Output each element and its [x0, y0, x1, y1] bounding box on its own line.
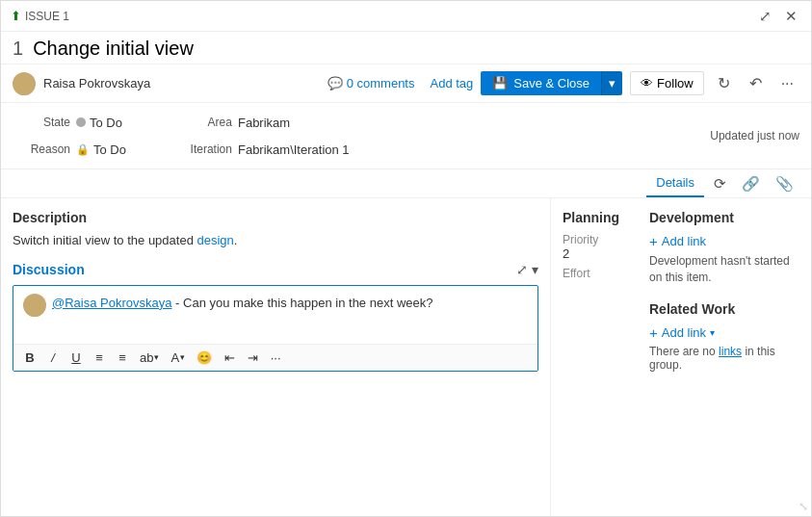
svg-point-2: [30, 297, 39, 307]
development-title: Development: [649, 210, 799, 225]
related-add-link-button[interactable]: + Add link ▾: [649, 324, 715, 341]
iteration-value: Fabrikam\Iteration 1: [238, 142, 350, 157]
issue-title-row: 1 Change initial view: [1, 32, 811, 65]
comment-icon: 💬: [327, 76, 343, 90]
description-title: Description: [13, 210, 538, 225]
discussion-box: @Raisa Pokrovskaya - Can you make this h…: [13, 285, 538, 372]
tab-history-button[interactable]: ⟳: [708, 171, 732, 196]
svg-point-0: [19, 76, 29, 86]
reason-label: Reason: [13, 142, 70, 156]
description-link[interactable]: design: [197, 233, 234, 247]
expand-button[interactable]: ⤢: [755, 6, 775, 27]
discussion-expand-button[interactable]: ⤢: [516, 262, 528, 277]
discussion-section: Discussion ⤢ ▾ @Raisa Pokrovskaya: [13, 262, 538, 372]
related-links-link[interactable]: links: [719, 345, 742, 358]
format-align-button[interactable]: ≡: [89, 349, 110, 367]
discussion-avatar: [23, 294, 46, 317]
main-column: Description Switch initial view to the u…: [1, 198, 551, 516]
format-indent-right-button[interactable]: ⇥: [242, 349, 263, 367]
related-add-link-label: Add link: [662, 325, 706, 340]
save-close-group: 💾 Save & Close ▾: [481, 71, 622, 95]
right-column: Planning Priority 2 Effort Development: [551, 198, 811, 516]
format-emoji-button[interactable]: 😊: [192, 349, 217, 367]
add-tag-button[interactable]: Add tag: [430, 76, 473, 90]
follow-button[interactable]: 👁 Follow: [630, 71, 704, 95]
dev-related-col: Development + Add link Development hasn'…: [649, 210, 799, 372]
comments-button[interactable]: 💬 0 comments: [327, 76, 415, 90]
area-iteration-group: Area Fabrikam Iteration Fabrikam\Iterati…: [165, 111, 350, 161]
related-add-chevron: ▾: [710, 327, 715, 338]
format-more-button[interactable]: ···: [265, 349, 286, 367]
tab-row: Details ⟳ 🔗 📎: [1, 169, 811, 198]
avatar: [13, 72, 36, 95]
reason-value: 🔒 To Do: [76, 142, 126, 157]
description-text-after: .: [234, 233, 238, 247]
related-work-title: Related Work: [649, 301, 799, 317]
planning-section: Planning Priority 2 Effort: [563, 210, 649, 372]
discussion-title: Discussion: [13, 262, 85, 277]
iteration-field: Iteration Fabrikam\Iteration 1: [165, 138, 350, 161]
format-list-button[interactable]: ≡: [112, 349, 133, 367]
corner-resize: ⤡: [799, 500, 808, 513]
refresh-button[interactable]: ↻: [712, 70, 736, 96]
description-text: Switch initial view to the updated desig…: [13, 231, 538, 250]
svg-point-3: [26, 309, 43, 317]
comments-count: 0 comments: [347, 76, 415, 90]
dev-add-link-label: Add link: [662, 234, 706, 248]
author-name: Raisa Pokrovskaya: [43, 76, 150, 90]
discussion-toolbar: B / U ≡ ≡ ab▾ A▾ 😊 ⇤ ⇥ ···: [13, 344, 537, 371]
issue-badge-label: ISSUE 1: [25, 10, 69, 23]
discussion-header-actions: ⤢ ▾: [516, 262, 538, 277]
work-item-window: ⬆ ISSUE 1 ⤢ ✕ 1 Change initial view Rais…: [0, 0, 812, 517]
format-bold-button[interactable]: B: [19, 349, 40, 367]
discussion-header: Discussion ⤢ ▾: [13, 262, 538, 277]
mention-link[interactable]: @Raisa Pokrovskaya: [52, 296, 171, 310]
save-close-chevron[interactable]: ▾: [601, 71, 622, 95]
effort-field: Effort: [563, 267, 640, 280]
description-text-before: Switch initial view to the updated: [13, 233, 197, 247]
discussion-message: @Raisa Pokrovskaya - Can you make this h…: [52, 294, 432, 313]
discussion-content[interactable]: @Raisa Pokrovskaya - Can you make this h…: [13, 286, 537, 344]
undo-button[interactable]: ↶: [744, 70, 768, 96]
format-strikethrough-button[interactable]: ab▾: [135, 349, 164, 367]
lock-icon: 🔒: [76, 143, 90, 156]
save-close-button[interactable]: 💾 Save & Close: [481, 71, 601, 95]
area-field: Area Fabrikam: [165, 111, 350, 134]
priority-value: 2: [563, 246, 640, 261]
content-area: Description Switch initial view to the u…: [1, 198, 811, 516]
tab-details[interactable]: Details: [646, 169, 704, 197]
tab-attach-button[interactable]: 📎: [770, 171, 799, 196]
format-underline-button[interactable]: U: [65, 349, 87, 367]
related-empty-before: There are no: [649, 345, 719, 358]
tab-link-button[interactable]: 🔗: [736, 171, 766, 196]
area-label: Area: [165, 116, 232, 129]
save-close-label: Save & Close: [513, 76, 589, 90]
close-button[interactable]: ✕: [781, 6, 801, 27]
attach-icon: 📎: [775, 175, 794, 192]
format-color-button[interactable]: A▾: [166, 349, 190, 367]
toolbar: Raisa Pokrovskaya 💬 0 comments Add tag 💾…: [1, 65, 811, 103]
area-value: Fabrikam: [238, 116, 290, 130]
format-italic-button[interactable]: /: [42, 349, 64, 367]
state-field: State To Do: [13, 111, 126, 134]
right-panels: Planning Priority 2 Effort Development: [563, 210, 799, 372]
description-section: Description Switch initial view to the u…: [13, 210, 538, 250]
dev-add-link-plus: +: [649, 233, 658, 249]
related-add-link-plus: +: [649, 324, 658, 341]
discussion-collapse-button[interactable]: ▾: [532, 262, 538, 277]
fields-row: State To Do Reason 🔒 To Do Area Fabrikam: [1, 103, 811, 169]
dev-add-link-button[interactable]: + Add link: [649, 233, 706, 249]
eye-icon: 👁: [641, 76, 653, 90]
issue-icon: ⬆: [11, 9, 21, 23]
format-indent-left-button[interactable]: ⇤: [219, 349, 240, 367]
related-empty-text: There are no links in this group.: [649, 345, 799, 372]
save-icon: 💾: [492, 76, 508, 90]
planning-title: Planning: [563, 210, 640, 225]
development-section: Development + Add link Development hasn'…: [649, 210, 799, 286]
priority-field: Priority 2: [563, 233, 640, 261]
effort-label: Effort: [563, 267, 640, 280]
history-icon: ⟳: [714, 175, 726, 192]
issue-number: 1: [13, 38, 23, 60]
state-value: To Do: [76, 116, 122, 130]
more-button[interactable]: ···: [775, 71, 799, 96]
